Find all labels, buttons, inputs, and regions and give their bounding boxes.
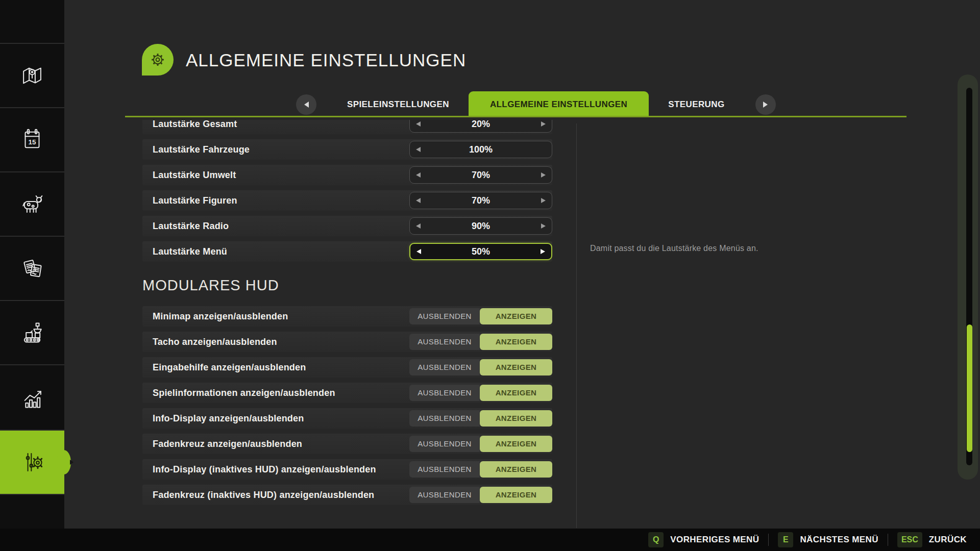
increase-arrow-icon[interactable] <box>541 172 546 178</box>
key-hint-q[interactable]: QVORHERIGES MENÜ <box>648 532 759 547</box>
settings-screen: 15 ALLGEMEINE EINSTELLUNGEN SPIELEINSTEL… <box>0 0 980 551</box>
decrease-arrow-icon[interactable] <box>416 249 421 254</box>
value-stepper[interactable]: 70% <box>409 192 552 209</box>
settings-icon <box>18 448 46 476</box>
volume-row[interactable]: Lautstärke Radio90% <box>142 216 552 236</box>
option-anzeigen[interactable]: ANZEIGEN <box>480 461 552 478</box>
stepper-value: 70% <box>472 195 490 206</box>
setting-label: Minimap anzeigen/ausblenden <box>153 311 409 322</box>
option-ausblenden[interactable]: AUSBLENDEN <box>409 308 480 324</box>
sidebar-item-contracts[interactable] <box>0 236 64 300</box>
tab-bar: SPIELEINSTELLUNGENALLGEMEINE EINSTELLUNG… <box>296 91 776 117</box>
show-hide-toggle: AUSBLENDENANZEIGEN <box>409 359 552 375</box>
setting-label: Spielinformationen anzeigen/ausblenden <box>153 388 409 398</box>
setting-tooltip: Damit passt du die Lautstärke des Menüs … <box>590 244 758 253</box>
hud-toggle-row[interactable]: Spielinformationen anzeigen/ausblendenAU… <box>142 383 552 403</box>
volume-row[interactable]: Lautstärke Fahrzeuge100% <box>142 139 552 160</box>
option-anzeigen[interactable]: ANZEIGEN <box>480 359 552 375</box>
panel-divider <box>576 123 577 528</box>
sidebar-item-statistics[interactable] <box>0 364 64 430</box>
hint-label: ZURÜCK <box>929 535 967 545</box>
decrease-arrow-icon[interactable] <box>416 223 421 229</box>
keycap-esc: ESC <box>897 532 922 547</box>
setting-label: Lautstärke Gesamt <box>153 120 409 130</box>
hud-toggle-row[interactable]: Info-Display anzeigen/ausblendenAUSBLEND… <box>142 408 552 429</box>
option-ausblenden[interactable]: AUSBLENDEN <box>409 385 480 401</box>
hud-toggle-row[interactable]: Tacho anzeigen/ausblendenAUSBLENDENANZEI… <box>142 332 552 352</box>
stepper-value: 20% <box>472 120 490 130</box>
sidebar-item-calendar[interactable]: 15 <box>0 107 64 171</box>
tab-spieleinstellungen[interactable]: SPIELEINSTELLUNGEN <box>328 91 469 117</box>
map-icon <box>18 62 46 89</box>
value-stepper[interactable]: 70% <box>409 166 552 184</box>
tabs-next-button[interactable] <box>755 94 776 115</box>
option-ausblenden[interactable]: AUSBLENDEN <box>409 410 480 427</box>
setting-label: Fadenkreuz anzeigen/ausblenden <box>153 439 409 449</box>
option-ausblenden[interactable]: AUSBLENDEN <box>409 359 480 375</box>
tabs-prev-button[interactable] <box>296 94 316 115</box>
key-hint-esc[interactable]: ESCZURÜCK <box>897 532 967 547</box>
active-tile-pointer-icon <box>70 460 74 465</box>
increase-arrow-icon[interactable] <box>541 249 545 254</box>
hud-toggle-row[interactable]: Eingabehilfe anzeigen/ausblendenAUSBLEND… <box>142 357 552 378</box>
value-stepper[interactable]: 50% <box>409 243 552 260</box>
section-title: MODULARES HUD <box>142 277 552 294</box>
value-stepper[interactable]: 20% <box>409 120 552 133</box>
settings-scroll-area[interactable]: Lautstärke Gesamt20%Lautstärke Fahrzeuge… <box>142 120 552 528</box>
option-anzeigen[interactable]: ANZEIGEN <box>480 410 552 427</box>
key-hint-bar: QVORHERIGES MENÜENÄCHSTES MENÜESCZURÜCK <box>0 529 980 551</box>
decrease-arrow-icon[interactable] <box>416 198 421 203</box>
sidebar-item-production[interactable] <box>0 300 64 364</box>
stats-icon <box>18 384 46 411</box>
sidebar-item-map[interactable] <box>0 43 64 107</box>
show-hide-toggle: AUSBLENDENANZEIGEN <box>409 410 552 427</box>
volume-row[interactable]: Lautstärke Gesamt20% <box>142 120 552 134</box>
hud-toggle-row[interactable]: Fadenkreuz anzeigen/ausblendenAUSBLENDEN… <box>142 434 552 454</box>
hint-label: VORHERIGES MENÜ <box>670 535 759 545</box>
option-ausblenden[interactable]: AUSBLENDEN <box>409 334 480 350</box>
setting-label: Lautstärke Menü <box>153 246 409 257</box>
tab-steuerung[interactable]: STEUERUNG <box>649 91 744 117</box>
sidebar-item-settings[interactable] <box>0 430 64 494</box>
volume-row[interactable]: Lautstärke Menü50% <box>142 241 552 262</box>
hud-toggle-row[interactable]: Minimap anzeigen/ausblendenAUSBLENDENANZ… <box>142 306 552 327</box>
tab-underline <box>125 116 906 117</box>
setting-label: Eingabehilfe anzeigen/ausblenden <box>153 362 409 373</box>
stepper-value: 70% <box>472 170 490 181</box>
decrease-arrow-icon[interactable] <box>416 147 421 152</box>
setting-label: Lautstärke Radio <box>153 221 409 232</box>
chevron-left-icon <box>304 102 309 108</box>
option-ausblenden[interactable]: AUSBLENDEN <box>409 487 480 503</box>
chevron-right-icon <box>763 102 768 108</box>
volume-row[interactable]: Lautstärke Umwelt70% <box>142 165 552 185</box>
hint-label: NÄCHSTES MENÜ <box>800 535 878 545</box>
increase-arrow-icon[interactable] <box>541 223 546 229</box>
option-ausblenden[interactable]: AUSBLENDEN <box>409 436 480 452</box>
tab-allgemeine-einstellungen[interactable]: ALLGEMEINE EINSTELLUNGEN <box>469 91 649 117</box>
sidebar-item-animals[interactable] <box>0 171 64 236</box>
option-ausblenden[interactable]: AUSBLENDEN <box>409 461 480 478</box>
option-anzeigen[interactable]: ANZEIGEN <box>480 308 552 324</box>
show-hide-toggle: AUSBLENDENANZEIGEN <box>409 461 552 478</box>
option-anzeigen[interactable]: ANZEIGEN <box>480 334 552 350</box>
show-hide-toggle: AUSBLENDENANZEIGEN <box>409 487 552 503</box>
option-anzeigen[interactable]: ANZEIGEN <box>480 385 552 401</box>
sidebar: 15 <box>0 0 64 529</box>
scrollbar-thumb[interactable] <box>967 324 972 452</box>
value-stepper[interactable]: 90% <box>409 217 552 235</box>
option-anzeigen[interactable]: ANZEIGEN <box>480 436 552 452</box>
value-stepper[interactable]: 100% <box>409 141 552 158</box>
hud-toggle-row[interactable]: Fadenkreuz (inaktives HUD) anzeigen/ausb… <box>142 485 552 505</box>
production-icon <box>18 319 46 346</box>
hud-toggle-row[interactable]: Info-Display (inaktives HUD) anzeigen/au… <box>142 459 552 480</box>
setting-label: Lautstärke Umwelt <box>153 170 409 181</box>
setting-label: Tacho anzeigen/ausblenden <box>153 337 409 347</box>
scrollbar-track[interactable] <box>966 88 972 465</box>
increase-arrow-icon[interactable] <box>541 121 546 127</box>
decrease-arrow-icon[interactable] <box>416 121 421 127</box>
increase-arrow-icon[interactable] <box>541 198 546 203</box>
volume-row[interactable]: Lautstärke Figuren70% <box>142 190 552 211</box>
decrease-arrow-icon[interactable] <box>416 172 421 178</box>
key-hint-e[interactable]: ENÄCHSTES MENÜ <box>778 532 878 547</box>
option-anzeigen[interactable]: ANZEIGEN <box>480 487 552 503</box>
